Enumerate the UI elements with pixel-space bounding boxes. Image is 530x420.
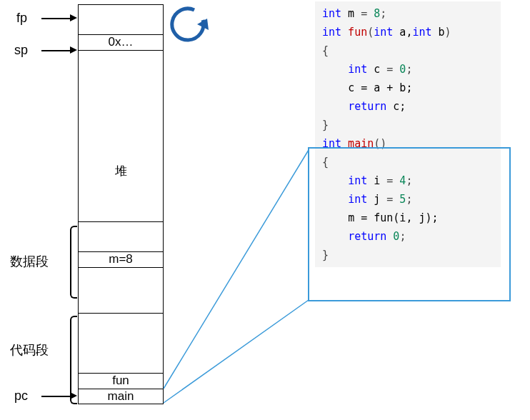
tok: = [386, 193, 393, 206]
tok: { [322, 156, 329, 169]
tok: 0 [393, 63, 406, 76]
tok: return [348, 100, 386, 113]
tok: int [322, 7, 341, 20]
tok: fun [341, 26, 367, 39]
svg-line-1 [164, 150, 309, 389]
tok: { [322, 44, 329, 57]
tok: int [322, 26, 341, 39]
fp-arrow-head [70, 14, 77, 21]
tok: a, [393, 26, 412, 39]
tok: 4 [393, 174, 406, 187]
tok: = [386, 174, 393, 187]
tok: = [361, 7, 367, 20]
tok: return [348, 230, 386, 243]
tok: c [367, 63, 386, 76]
sp-arrow-line [41, 50, 71, 51]
pc-arrow-line [41, 396, 71, 397]
tok: ; [406, 193, 412, 206]
tok: m = fun(i, j); [348, 211, 438, 224]
tok: ; [380, 7, 386, 20]
data-segment-label: 数据段 [10, 253, 49, 270]
tok: i [367, 174, 386, 187]
cell-heap: 堆 [79, 121, 163, 221]
cell-gap4 [79, 313, 163, 373]
code-segment-label: 代码段 [10, 341, 49, 359]
fp-arrow-line [41, 18, 71, 19]
tok [322, 174, 348, 187]
tok: ; [406, 174, 412, 187]
cell-saved-addr: 0x… [79, 34, 163, 50]
tok: 5 [393, 193, 406, 206]
pc-label: pc [14, 389, 28, 404]
tok [322, 100, 348, 113]
tok [322, 230, 348, 243]
tok: ; [399, 230, 406, 243]
tok: int [348, 63, 367, 76]
tok: int [374, 26, 393, 39]
code-segment-brace [70, 316, 77, 404]
tok: = [386, 63, 393, 76]
tok: int [348, 174, 367, 187]
tok [322, 193, 348, 206]
tok [322, 81, 348, 94]
tok: } [322, 119, 329, 131]
recycle-arrow-icon [166, 6, 211, 51]
cell-m: m=8 [79, 251, 163, 267]
sp-label: sp [14, 43, 28, 58]
tok: b [432, 26, 445, 39]
cell-fun: fun [79, 373, 163, 389]
tok: 0 [386, 230, 399, 243]
tok: int [322, 137, 341, 150]
svg-line-2 [164, 300, 309, 403]
tok: ) [445, 26, 451, 39]
tok: ; [406, 63, 412, 76]
cell-gap2 [79, 221, 163, 251]
code-block: int m = 8; int fun(int a,int b) { int c … [315, 1, 501, 267]
svg-marker-0 [197, 19, 209, 30]
tok: main [341, 137, 374, 150]
cell-top [79, 4, 163, 34]
tok: int [348, 193, 367, 206]
tok: int [412, 26, 431, 39]
mem-spacer [79, 297, 163, 313]
tok [322, 211, 348, 224]
tok: () [374, 137, 386, 150]
cell-main: main [79, 389, 163, 404]
fp-label: fp [16, 11, 27, 26]
tok: 8 [367, 7, 380, 20]
tok: m [341, 7, 361, 20]
sp-arrow-head [70, 46, 77, 54]
memory-column: 0x… 堆 m=8 fun main [78, 4, 164, 404]
cell-gap3 [79, 267, 163, 297]
data-segment-brace [70, 226, 77, 299]
tok: ( [367, 26, 374, 39]
tok: } [322, 249, 329, 261]
tok [322, 63, 348, 76]
tok: c; [386, 100, 406, 113]
cell-gap1 [79, 50, 163, 121]
tok: c = a + b; [348, 81, 412, 94]
tok: j [367, 193, 386, 206]
